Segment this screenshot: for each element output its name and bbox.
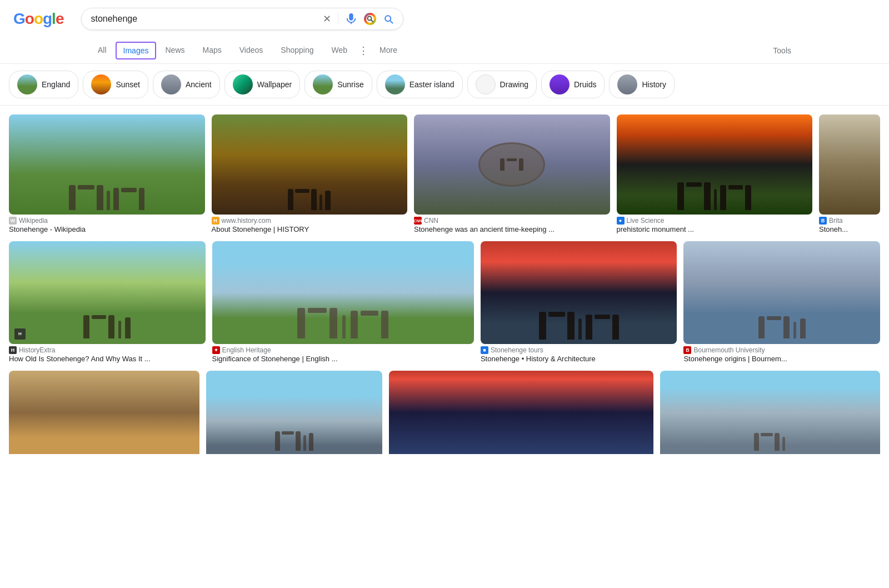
result-12-image [389,371,653,454]
result-1-source-name: Wikipedia [19,217,48,225]
result-13[interactable] [660,371,880,454]
result-10[interactable] [9,371,199,454]
result-3-favicon: CNN [414,217,422,225]
filter-england-thumb [17,74,37,94]
filter-wallpaper-label: Wallpaper [257,80,292,89]
result-8[interactable]: ■ Stonehenge tours Stonehenge • History … [481,241,677,364]
nav-tabs: All Images News Maps Videos Shopping Web… [0,38,889,64]
filter-chips: England Sunset Ancient Wallpaper Sunrise… [0,64,889,106]
filter-history-label: History [642,80,666,89]
tab-more[interactable]: More [371,39,406,63]
filter-druids-thumb [550,74,570,94]
result-7-source-name: English Heritage [222,346,271,354]
grid-row-2: H H HistoryExtra How Old Is Stonehenge? … [9,241,880,364]
grid-row-1: W Wikipedia Stonehenge - Wikipedia H [9,114,880,235]
search-button[interactable] [383,13,394,24]
image-grid: W Wikipedia Stonehenge - Wikipedia H [0,106,889,470]
result-1-title: Stonehenge - Wikipedia [9,225,205,235]
result-11[interactable] [206,371,382,454]
filter-england[interactable]: England [9,71,78,98]
filter-sunrise[interactable]: Sunrise [304,71,372,98]
lens-button[interactable] [364,13,376,25]
result-2-favicon: H [212,217,219,225]
result-4-favicon: ● [617,217,625,225]
result-2[interactable]: H www.history.com About Stonehenge | HIS… [212,114,408,235]
result-8-caption: ■ Stonehenge tours Stonehenge • History … [481,346,677,364]
tab-shopping[interactable]: Shopping [272,39,322,63]
result-2-source-name: www.history.com [222,217,271,225]
filter-sunset[interactable]: Sunset [83,71,148,98]
result-2-image [212,114,408,215]
tab-news[interactable]: News [156,39,193,63]
result-5-favicon: B [819,217,827,225]
result-9-source-name: Bournemouth University [693,346,765,354]
more-dots-icon[interactable]: ⋮ [356,38,371,63]
result-6-title: How Old Is Stonehenge? And Why Was It ..… [9,355,206,364]
result-4-source: ● Live Science [617,217,813,225]
tab-images[interactable]: Images [116,42,157,59]
filter-drawing[interactable]: Drawing [467,71,537,98]
result-5-image [819,114,880,215]
result-1-source: W Wikipedia [9,217,205,225]
result-9-source: B Bournemouth University [683,346,880,354]
result-6-image: H [9,241,206,344]
result-13-image [660,371,880,454]
filter-wallpaper[interactable]: Wallpaper [224,71,301,98]
clear-button[interactable]: ✕ [323,13,331,25]
result-9[interactable]: B Bournemouth University Stonehenge orig… [683,241,880,364]
result-7-favicon: ✦ [212,346,220,354]
result-6-source-name: HistoryExtra [19,346,55,354]
result-11-image [206,371,382,454]
result-8-title: Stonehenge • History & Architecture [481,355,677,364]
result-5-caption: B Brita Stoneh... [819,217,880,235]
filter-wallpaper-thumb [233,74,253,94]
filter-drawing-label: Drawing [500,80,528,89]
result-6-favicon: H [9,346,17,354]
result-5-partial[interactable]: B Brita Stoneh... [819,114,880,235]
result-3-source-name: CNN [424,217,438,225]
search-input[interactable] [91,14,318,24]
filter-history-thumb [617,74,637,94]
result-5-source: B Brita [819,217,880,225]
tab-all[interactable]: All [89,39,116,63]
filter-druids[interactable]: Druids [541,71,605,98]
result-3-title: Stonehenge was an ancient time-keeping .… [414,225,610,235]
result-4-source-name: Live Science [627,217,665,225]
result-8-source: ■ Stonehenge tours [481,346,677,354]
google-logo[interactable]: Google [13,10,63,28]
tab-videos[interactable]: Videos [231,39,272,63]
result-12[interactable] [389,371,653,454]
result-9-image [683,241,880,344]
tools-button[interactable]: Tools [764,39,800,62]
result-9-title: Stonehenge origins | Bournem... [683,355,880,364]
result-7[interactable]: ✦ English Heritage Significance of Stone… [212,241,474,364]
search-icons: ✕ [323,13,394,25]
result-1[interactable]: W Wikipedia Stonehenge - Wikipedia [9,114,205,235]
tab-web[interactable]: Web [322,39,356,63]
voice-search-button[interactable] [345,13,357,25]
result-3[interactable]: CNN CNN Stonehenge was an ancient time-k… [414,114,610,235]
result-9-caption: B Bournemouth University Stonehenge orig… [683,346,880,364]
header: Google ✕ [0,0,889,38]
filter-easter-island[interactable]: Easter island [377,71,463,98]
filter-history[interactable]: History [609,71,675,98]
filter-ancient[interactable]: Ancient [153,71,220,98]
result-7-caption: ✦ English Heritage Significance of Stone… [212,346,474,364]
result-5-source-name: Brita [829,217,843,225]
grid-row-3 [9,371,880,454]
divider [338,13,338,24]
result-2-title: About Stonehenge | HISTORY [212,225,408,235]
lens-icon [364,13,376,25]
result-6-caption: H HistoryExtra How Old Is Stonehenge? An… [9,346,206,364]
search-icon [383,13,394,24]
filter-druids-label: Druids [574,80,596,89]
search-bar: ✕ [81,8,403,30]
result-9-favicon: B [683,346,691,354]
result-4[interactable]: ● Live Science prehistoric monument ... [617,114,813,235]
tab-maps[interactable]: Maps [194,39,231,63]
filter-drawing-thumb [476,74,496,94]
result-2-source: H www.history.com [212,217,408,225]
result-7-image [212,241,474,344]
result-6[interactable]: H H HistoryExtra How Old Is Stonehenge? … [9,241,206,364]
result-3-image [414,114,610,215]
